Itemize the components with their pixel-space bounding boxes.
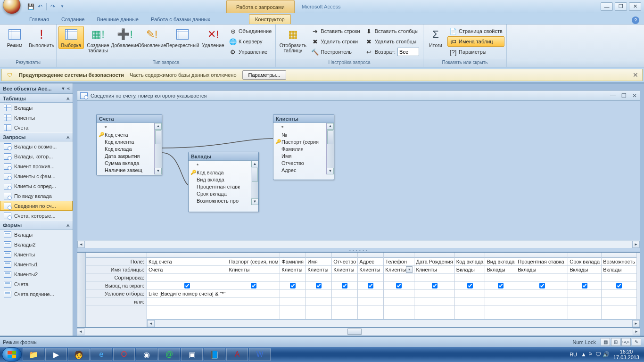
delete-rows-button[interactable]: ✖Удалить строки — [309, 36, 362, 47]
qbe-or-cell[interactable] — [485, 298, 516, 306]
scroll-thumb[interactable] — [347, 329, 362, 335]
scroll-down-icon[interactable]: ▼ — [251, 198, 258, 205]
view-button[interactable]: Режим — [2, 26, 27, 49]
nav-header[interactable]: Все объекты Acc... ▼ « — [0, 83, 73, 94]
qbe-col-header[interactable] — [455, 253, 485, 258]
qbe-sort-cell[interactable] — [384, 274, 414, 282]
show-checkbox[interactable] — [582, 283, 587, 288]
qbe-show-cell[interactable] — [332, 282, 357, 290]
scroll-down-icon[interactable]: ▼ — [327, 168, 334, 174]
crosstab-button[interactable]: Перекрестный — [166, 26, 199, 49]
nav-item[interactable]: Сведения по сч... — [0, 201, 73, 211]
nav-group-header[interactable]: Формы⋏ — [0, 221, 73, 230]
qbe-field-cell[interactable]: Фамилия — [280, 258, 305, 266]
make-table-button[interactable]: ▦! Создание таблицы — [85, 26, 111, 54]
qbe-criteria-cell[interactable] — [384, 290, 414, 298]
view-pivot-icon[interactable]: ⊞ — [611, 338, 620, 346]
qbe-criteria-cell[interactable] — [227, 290, 280, 298]
qbe-show-cell[interactable] — [384, 282, 414, 290]
qbe-criteria-cell[interactable] — [358, 290, 383, 298]
scroll-up-icon[interactable]: ▲ — [327, 123, 334, 130]
table-box[interactable]: Вклады *🔑Код вкладаВид вкладаПроцентная … — [188, 152, 259, 212]
table-names-button[interactable]: 🏷Имена таблиц — [447, 36, 504, 47]
field-row[interactable]: Код вклада — [97, 145, 154, 152]
show-checkbox[interactable] — [290, 283, 296, 288]
tab-create[interactable]: Создание — [56, 15, 91, 24]
qbe-criteria-cell[interactable] — [332, 290, 357, 298]
datadef-button[interactable]: ⚙Управление — [227, 47, 273, 57]
qbe-sort-cell[interactable] — [227, 274, 280, 282]
canvas-hscroll[interactable]: ◄ ► — [77, 328, 640, 336]
field-row[interactable]: * — [97, 124, 154, 131]
qbe-table-cell[interactable]: Клиенты▾ — [384, 266, 414, 274]
builder-button[interactable]: 🔨Построитель — [309, 47, 362, 57]
qbe-row-selector[interactable] — [77, 253, 86, 327]
qbe-criteria-cell[interactable] — [414, 290, 454, 298]
scroll-left-icon[interactable]: ◄ — [77, 328, 84, 335]
qbe-table-cell[interactable]: Клиенты — [306, 266, 331, 274]
security-options-button[interactable]: Параметры... — [242, 70, 287, 80]
nav-item[interactable]: Вклады, котор... — [0, 151, 73, 161]
show-table-button[interactable]: ▦ Отобразить таблицу — [278, 26, 308, 54]
qbe-criteria-cell[interactable] — [485, 290, 516, 298]
dropdown-icon[interactable]: ▾ — [406, 266, 413, 273]
tray-clock[interactable]: 16:20 17.03.2013 — [613, 349, 639, 360]
nav-item[interactable]: Вклады — [0, 103, 73, 113]
prop-sheet-button[interactable]: 📄Страница свойств — [447, 26, 504, 36]
field-row[interactable]: 🔑Код счета — [97, 131, 154, 138]
field-row[interactable]: Код клиента — [97, 138, 154, 145]
qbe-show-cell[interactable] — [227, 282, 280, 290]
qbe-col-header[interactable] — [306, 253, 331, 258]
show-checkbox[interactable] — [184, 283, 190, 288]
scroll-up-icon[interactable]: ▲ — [251, 161, 258, 167]
field-row[interactable]: Возможность про — [189, 197, 251, 204]
qbe-or-cell[interactable] — [332, 298, 357, 306]
run-button[interactable]: ! Выполнить — [29, 26, 54, 49]
scroll-right-icon[interactable]: ► — [633, 328, 640, 335]
qbe-sort-cell[interactable] — [516, 274, 568, 282]
taskbar-app3[interactable]: 📘 — [204, 348, 225, 361]
qbe-or-cell[interactable] — [147, 298, 227, 306]
qbe-table-cell[interactable]: Вклады — [602, 266, 636, 274]
qbe-col-header[interactable] — [516, 253, 568, 258]
qbe-show-cell[interactable] — [306, 282, 331, 290]
qbe-sort-cell[interactable] — [306, 274, 331, 282]
qbe-col-header[interactable] — [227, 253, 280, 258]
redo-icon[interactable]: ↷ — [49, 2, 57, 11]
field-row[interactable]: Сумма вклада — [97, 159, 154, 166]
qbe-column[interactable]: Код счетаСчетаLike [Введите номер счета]… — [147, 253, 227, 327]
start-button[interactable] — [2, 347, 22, 362]
nav-item[interactable]: Клиеты с опред... — [0, 181, 73, 191]
maximize-button[interactable]: ❐ — [615, 2, 627, 11]
qbe-field-cell[interactable]: Адрес — [358, 258, 383, 266]
qbe-column[interactable]: Процентная ставкаВклады — [516, 253, 568, 327]
nav-item[interactable]: Вклады — [0, 230, 73, 239]
qbe-sort-cell[interactable] — [147, 274, 227, 282]
qbe-col-header[interactable] — [414, 253, 454, 258]
qbe-table-cell[interactable]: Клиенты — [358, 266, 383, 274]
minimize-button[interactable]: — — [601, 2, 613, 11]
tab-external[interactable]: Внешние данные — [91, 15, 144, 24]
scroll-down-icon[interactable]: ▼ — [155, 168, 162, 174]
qbe-field-cell[interactable]: Имя — [306, 258, 331, 266]
qbe-column[interactable]: ТелефонКлиенты▾ — [384, 253, 414, 327]
qbe-or-cell[interactable] — [516, 298, 568, 306]
tray-icons[interactable]: ▲ 🏳 🛡 🔊 — [581, 351, 610, 358]
qbe-criteria-cell[interactable] — [568, 290, 601, 298]
qbe-column[interactable]: Срок вкладаВклады — [568, 253, 602, 327]
field-row[interactable]: Адрес — [273, 166, 326, 173]
qbe-sort-cell[interactable] — [414, 274, 454, 282]
qbe-field-cell[interactable]: Отчество — [332, 258, 357, 266]
field-row[interactable]: 🔑Паспорт (серия — [273, 138, 326, 145]
field-row[interactable]: Дата закрытия — [97, 152, 154, 159]
qbe-col-header[interactable] — [280, 253, 305, 258]
insert-rows-button[interactable]: ➔Вставить строки — [309, 26, 362, 36]
qbe-show-cell[interactable] — [516, 282, 568, 290]
doc-min-icon[interactable]: — — [610, 92, 616, 99]
append-button[interactable]: ➕! Добавление — [112, 26, 138, 49]
qbe-column[interactable]: Вид вкладаВклады — [485, 253, 516, 327]
save-icon[interactable]: 💾 — [26, 2, 35, 11]
qbe-sort-cell[interactable] — [485, 274, 516, 282]
field-row[interactable]: * — [273, 124, 326, 131]
field-row[interactable]: Отчество — [273, 159, 326, 166]
